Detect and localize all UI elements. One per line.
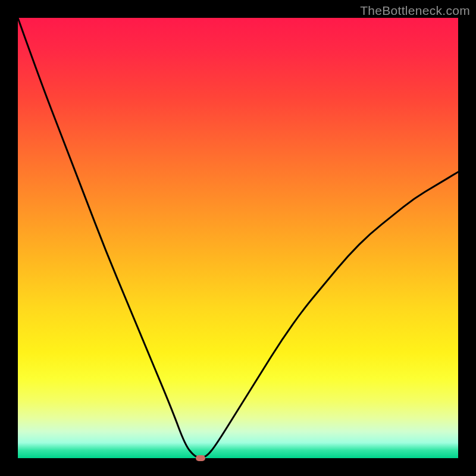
plot-area — [18, 18, 458, 458]
optimum-marker — [196, 455, 205, 461]
chart-container: TheBottleneck.com — [0, 0, 476, 476]
watermark-text: TheBottleneck.com — [360, 4, 470, 18]
curve-svg — [18, 18, 458, 458]
bottleneck-curve — [18, 18, 458, 458]
